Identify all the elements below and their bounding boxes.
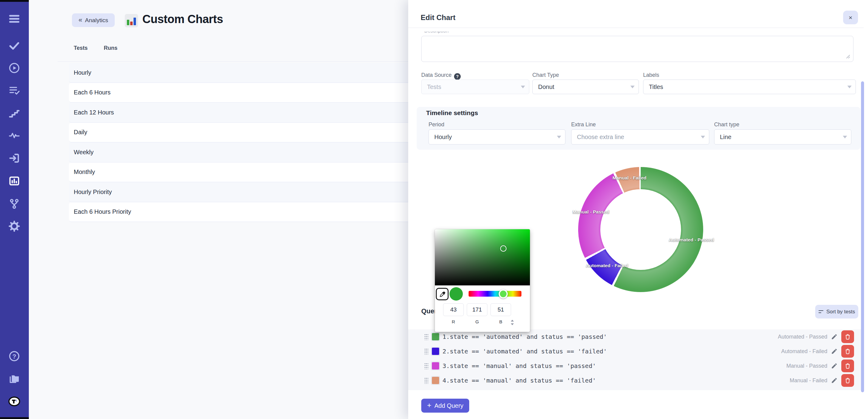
tab-tests[interactable]: Tests — [74, 45, 88, 51]
sort-icon — [818, 310, 824, 313]
list-item-weekly[interactable]: Weekly — [69, 142, 437, 162]
chevron-down-icon — [843, 136, 847, 139]
tab-runs[interactable]: Runs — [104, 45, 118, 51]
top-edge — [0, 0, 29, 2]
donut-hole — [600, 189, 681, 270]
current-color-swatch — [450, 287, 463, 301]
donut-chart: Automated - Passed Automated - Failed Ma… — [578, 167, 703, 292]
labels-label: Labels — [643, 72, 659, 78]
delete-query-button[interactable] — [841, 345, 854, 358]
plus-icon: + — [427, 401, 431, 410]
list-item-each-6-hours[interactable]: Each 6 Hours — [69, 83, 437, 103]
query-color-swatch[interactable] — [431, 347, 440, 356]
hue-handle[interactable] — [499, 289, 508, 298]
data-source-help-icon[interactable]: ? — [454, 73, 461, 80]
edit-pencil-icon[interactable] — [831, 377, 838, 384]
tests-check-icon[interactable] — [8, 39, 21, 52]
chart-type-label: Chart Type — [532, 72, 559, 78]
labels-select[interactable]: Titles — [643, 80, 856, 94]
tabs-divider — [58, 61, 437, 62]
drag-handle-icon[interactable] — [424, 348, 428, 355]
red-input[interactable] — [443, 303, 464, 316]
blue-input[interactable] — [491, 303, 511, 316]
list-item-monthly[interactable]: Monthly — [69, 162, 437, 182]
slice-label-manual-failed: Manual - Failed — [613, 175, 646, 181]
saturation-cursor[interactable] — [500, 245, 506, 252]
svg-text:?: ? — [12, 353, 17, 360]
chart-description-textarea[interactable] — [421, 36, 854, 62]
query-title: Automated - Failed — [781, 348, 827, 355]
edit-pencil-icon[interactable] — [831, 362, 838, 369]
query-color-swatch[interactable] — [431, 332, 440, 341]
testomat-logo[interactable] — [8, 395, 21, 408]
list-item-hourly-priority[interactable]: Hourly Priority — [69, 182, 437, 202]
timeline-chart-type-label: Chart type — [714, 121, 739, 128]
timeline-chart-type-select[interactable]: Line — [714, 129, 851, 145]
clipped-field-label: Description — [424, 32, 491, 35]
blue-label: B — [491, 319, 511, 324]
edit-pencil-icon[interactable] — [831, 333, 838, 340]
extra-line-select[interactable]: Choose extra line — [571, 129, 709, 145]
back-to-analytics-button[interactable]: « Analytics — [72, 13, 115, 27]
projects-folder-icon[interactable] — [8, 372, 21, 385]
textarea-resize-handle[interactable] — [845, 54, 850, 59]
slice-label-automated-failed: Automated - Failed — [586, 263, 628, 268]
drawer-close-button[interactable]: × — [843, 11, 858, 24]
list-item-hourly[interactable]: Hourly — [69, 63, 437, 83]
drag-handle-icon[interactable] — [424, 378, 428, 384]
chart-type-select[interactable]: Donut — [532, 80, 639, 94]
slice-label-automated-passed: Automated - Passed — [669, 237, 714, 243]
milestones-stairs-icon[interactable] — [8, 107, 21, 120]
data-source-label: Data Source? — [421, 72, 461, 80]
add-query-button[interactable]: + Add Query — [421, 399, 469, 413]
query-row-2: 2.state == 'automated' and status == 'fa… — [408, 344, 864, 359]
branches-icon[interactable] — [8, 197, 21, 210]
period-select[interactable]: Hourly — [429, 129, 565, 145]
list-item-daily[interactable]: Daily — [69, 123, 437, 143]
delete-query-button[interactable] — [841, 330, 854, 343]
custom-charts-panel: « Analytics Custom Charts × Tests Runs H… — [29, 0, 408, 419]
query-row-4: 4.state == 'manual' and status == 'faile… — [408, 373, 864, 388]
slice-label-manual-passed: Manual - Passed — [572, 209, 609, 215]
hue-slider[interactable] — [469, 291, 521, 297]
query-expression[interactable]: 2.state == 'automated' and status == 'fa… — [442, 348, 781, 355]
query-color-swatch[interactable] — [431, 361, 440, 370]
query-expression[interactable]: 3.state == 'manual' and status == 'passe… — [442, 362, 786, 369]
analytics-bar-chart-icon[interactable] — [8, 174, 21, 188]
list-item-each-6-hours-priority[interactable]: Each 6 Hours Priority — [69, 202, 437, 222]
back-button-label: Analytics — [85, 17, 108, 24]
drag-handle-icon[interactable] — [424, 334, 428, 340]
drag-handle-icon[interactable] — [424, 363, 428, 369]
green-input[interactable] — [467, 303, 488, 316]
help-circle-icon[interactable]: ? — [8, 350, 21, 363]
query-expression[interactable]: 4.state == 'manual' and status == 'faile… — [442, 377, 790, 384]
sort-by-tests-button[interactable]: Sort by tests — [815, 305, 858, 319]
edit-pencil-icon[interactable] — [831, 348, 838, 355]
query-expression[interactable]: 1.state == 'automated' and status == 'pa… — [442, 333, 778, 340]
menu-icon[interactable] — [8, 12, 21, 26]
data-source-select: Tests — [421, 80, 529, 94]
drawer-scrollbar-thumb[interactable] — [861, 81, 864, 392]
delete-query-button[interactable] — [841, 359, 854, 372]
saturation-area[interactable] — [435, 229, 530, 286]
import-icon[interactable] — [8, 151, 21, 165]
query-row-3: 3.state == 'manual' and status == 'passe… — [408, 359, 864, 373]
color-mode-toggle[interactable] — [509, 319, 515, 326]
test-plans-list-check-icon[interactable] — [8, 84, 21, 97]
pulse-activity-icon[interactable] — [8, 129, 21, 142]
chevron-down-icon — [521, 86, 525, 88]
app: ? « Analytics Custom Charts — [0, 0, 868, 419]
runs-play-icon[interactable] — [8, 61, 21, 75]
page-title: Custom Charts — [142, 13, 223, 26]
chart-list: Hourly Each 6 Hours Each 12 Hours Daily … — [69, 63, 437, 222]
chevron-down-icon — [847, 86, 851, 88]
close-icon: × — [848, 14, 852, 21]
bottom-edge — [0, 417, 29, 419]
query-color-swatch[interactable] — [431, 376, 440, 385]
delete-query-button[interactable] — [841, 374, 854, 387]
extra-line-label: Extra Line — [571, 121, 596, 128]
eyedropper-button[interactable] — [436, 288, 448, 300]
color-picker-popover: R G B — [435, 229, 530, 332]
list-item-each-12-hours[interactable]: Each 12 Hours — [69, 102, 437, 123]
settings-gear-icon[interactable] — [8, 219, 21, 233]
